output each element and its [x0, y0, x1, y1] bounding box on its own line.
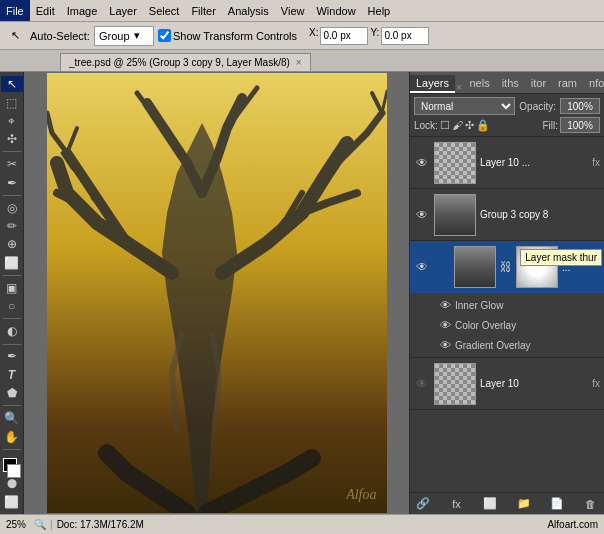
effect-eye-icon[interactable]: 👁 [440, 319, 451, 331]
tab-info[interactable]: nfo [583, 75, 604, 93]
tool-shape[interactable]: ⬟ [1, 385, 23, 401]
menu-file[interactable]: File [0, 0, 30, 21]
doc-tab[interactable]: _tree.psd @ 25% (Group 3 copy 9, Layer M… [60, 53, 311, 71]
layer-visibility-toggle[interactable]: 👁 [414, 207, 430, 223]
menu-window[interactable]: Window [310, 0, 361, 21]
effect-eye-icon[interactable]: 👁 [440, 339, 451, 351]
tab-histogram[interactable]: itor [525, 75, 552, 93]
doc-tab-close[interactable]: × [296, 57, 302, 68]
tool-brush[interactable]: ✏ [1, 218, 23, 234]
tool-pen[interactable]: ✒ [1, 348, 23, 364]
main-layout: ↖ ⬚ ⌖ ✣ ✂ ✒ ◎ ✏ ⊕ ⬜ ▣ ○ ◐ ✒ T ⬟ 🔍 ✋ ⬤ ⬜ [0, 72, 604, 514]
tool-dodge[interactable]: ◐ [1, 323, 23, 339]
effect-eye-icon[interactable]: 👁 [440, 299, 451, 311]
fill-row: Lock: ☐ 🖌 ✣ 🔒 Fill: [414, 117, 600, 133]
menu-layer[interactable]: Layer [103, 0, 143, 21]
tab-layers[interactable]: Layers [410, 75, 455, 93]
layer-item[interactable]: 👁 Layer 10 fx [410, 358, 604, 410]
transform-y[interactable] [381, 27, 429, 45]
layer-thumbnail [434, 142, 476, 184]
options-toolbar: ↖ Auto-Select: Group ▾ Show Transform Co… [0, 22, 604, 50]
tool-eyedropper[interactable]: ✒ [1, 175, 23, 191]
fg-bg-colors[interactable] [1, 458, 23, 474]
tool-zoom[interactable]: 🔍 [1, 410, 23, 426]
tool-blur[interactable]: ○ [1, 298, 23, 314]
panel-tabs: Layers × nels iths itor ram nfo ≡ [410, 72, 604, 94]
effect-item-gradient-overlay[interactable]: 👁 Gradient Overlay [410, 335, 604, 355]
add-style-btn[interactable]: fx [448, 496, 466, 512]
tool-lasso[interactable]: ⌖ [1, 113, 23, 129]
auto-select-label: Auto-Select: [30, 30, 90, 42]
canvas-container: Alfoa [47, 73, 387, 513]
tool-type[interactable]: T [1, 367, 23, 383]
tab-ram[interactable]: ram [552, 75, 583, 93]
effect-item-color-overlay[interactable]: 👁 Color Overlay [410, 315, 604, 335]
blend-mode-dropdown[interactable]: Normal Multiply Screen Overlay [414, 97, 515, 115]
layer-item[interactable]: 👁 Layer 10 ... fx [410, 137, 604, 189]
menu-select[interactable]: Select [143, 0, 186, 21]
lock-position-icon[interactable]: ✣ [465, 119, 474, 132]
add-mask-btn[interactable]: ⬜ [481, 496, 499, 512]
layer-fx-badge: fx [592, 157, 600, 168]
menu-edit[interactable]: Edit [30, 0, 61, 21]
lock-all-icon[interactable]: 🔒 [476, 119, 490, 132]
link-layers-btn[interactable]: 🔗 [414, 496, 432, 512]
tab-paths[interactable]: iths [496, 75, 525, 93]
effect-name: Inner Glow [455, 300, 503, 311]
opacity-input[interactable] [560, 98, 600, 114]
site-label: Alfoart.com [547, 519, 598, 530]
toolbar-divider-3 [3, 275, 21, 276]
layer-fx-badge: fx [592, 378, 600, 389]
layer-visibility-toggle[interactable]: 👁 [414, 259, 430, 275]
tool-move[interactable]: ↖ [1, 76, 23, 92]
tool-stamp[interactable]: ⊕ [1, 236, 23, 252]
new-layer-btn[interactable]: 📄 [548, 496, 566, 512]
layer-thumbnail [434, 194, 476, 236]
menu-filter[interactable]: Filter [185, 0, 221, 21]
toolbar-divider-6 [3, 405, 21, 406]
tool-magic-wand[interactable]: ✣ [1, 131, 23, 147]
transform-x[interactable] [320, 27, 368, 45]
zoom-icon[interactable]: 🔍 [34, 519, 46, 530]
background-color[interactable] [7, 464, 21, 478]
toolbar-divider-1 [3, 151, 21, 152]
layer-visibility-toggle[interactable]: 👁 [414, 155, 430, 171]
lock-transparent-icon[interactable]: ☐ [440, 119, 450, 132]
layer-visibility-toggle[interactable]: 👁 [414, 376, 430, 392]
tool-quick-mask[interactable]: ⬤ [1, 475, 23, 491]
tool-crop[interactable]: ✂ [1, 156, 23, 172]
tool-hand[interactable]: ✋ [1, 428, 23, 444]
delete-layer-btn[interactable]: 🗑 [582, 496, 600, 512]
effect-name: Color Overlay [455, 320, 516, 331]
fill-input[interactable] [560, 117, 600, 133]
layers-list: 👁 Layer 10 ... fx 👁 Group 3 copy 8 👁 [410, 137, 604, 492]
layer-item[interactable]: 👁 Group 3 copy 8 [410, 189, 604, 241]
move-tool-btn[interactable]: ↖ [4, 25, 26, 47]
lock-label: Lock: [414, 120, 438, 131]
menu-view[interactable]: View [275, 0, 311, 21]
menu-help[interactable]: Help [362, 0, 397, 21]
toolbar-divider-7 [3, 449, 21, 450]
panel-bottom: 🔗 fx ⬜ 📁 📄 🗑 [410, 492, 604, 514]
layer-item-selected[interactable]: 👁 ⛓ ... Layer mask thur [410, 241, 604, 358]
tool-gradient[interactable]: ▣ [1, 280, 23, 296]
tab-bar: _tree.psd @ 25% (Group 3 copy 9, Layer M… [0, 50, 604, 72]
effect-item-inner-glow[interactable]: 👁 Inner Glow [410, 295, 604, 315]
layer-link-icon [434, 259, 450, 275]
menu-analysis[interactable]: Analysis [222, 0, 275, 21]
tool-screen-mode[interactable]: ⬜ [1, 494, 23, 510]
tool-eraser[interactable]: ⬜ [1, 255, 23, 271]
layer-controls: Normal Multiply Screen Overlay Opacity: … [410, 94, 604, 137]
transform-controls: X: Y: [309, 27, 429, 45]
menu-image[interactable]: Image [61, 0, 104, 21]
new-group-btn[interactable]: 📁 [515, 496, 533, 512]
show-transform-checkbox[interactable]: Show Transform Controls [158, 29, 297, 42]
menu-bar: File Edit Image Layer Select Filter Anal… [0, 0, 604, 22]
lock-image-icon[interactable]: 🖌 [452, 119, 463, 131]
tool-selection[interactable]: ⬚ [1, 94, 23, 110]
zoom-level: 25% [6, 519, 26, 530]
tool-spot-heal[interactable]: ◎ [1, 200, 23, 216]
tab-channels[interactable]: nels [463, 75, 495, 93]
auto-select-dropdown[interactable]: Group ▾ [94, 26, 154, 46]
layer-name: Layer 10 [480, 378, 586, 389]
